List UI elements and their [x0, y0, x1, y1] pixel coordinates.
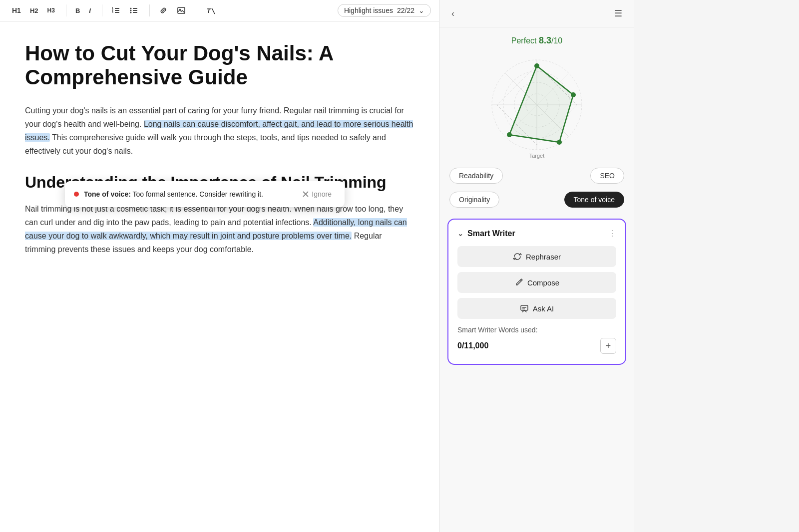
link-icon — [159, 6, 168, 15]
svg-text:T: T — [207, 7, 211, 14]
bold-button[interactable]: B — [71, 5, 84, 16]
ask-ai-label: Ask AI — [533, 304, 554, 313]
rephraser-label: Rephraser — [526, 253, 561, 261]
h1-button[interactable]: H1 — [8, 4, 25, 16]
tone-of-voice-pill[interactable]: Tone of voice — [564, 192, 625, 208]
smart-writer-label: Smart Writer — [467, 229, 515, 238]
svg-line-33 — [520, 280, 521, 281]
list-group: 1 2 3 — [107, 4, 142, 17]
svg-rect-34 — [521, 305, 528, 310]
words-count-row: 0/11,000 + — [457, 338, 616, 354]
svg-point-9 — [130, 8, 131, 9]
svg-point-11 — [130, 12, 131, 13]
heading-group: H1 H2 H3 — [8, 4, 59, 16]
rephraser-icon — [513, 252, 522, 261]
pill-row: Readability SEO — [439, 164, 634, 188]
score-section: Perfect 8.3/10 — [439, 27, 634, 50]
words-count: 0/11,000 — [457, 341, 488, 350]
radar-svg — [482, 50, 592, 160]
ask-ai-button[interactable]: Ask AI — [457, 298, 616, 319]
h2-button[interactable]: H2 — [26, 5, 42, 16]
ordered-list-icon: 1 2 3 — [111, 6, 120, 15]
unordered-list-button[interactable] — [125, 4, 142, 17]
article-title: How to Cut Your Dog's Nails: A Comprehen… — [25, 41, 414, 90]
format-group: B I — [71, 5, 95, 16]
tone-tooltip: Tone of voice: Too formal sentence. Cons… — [65, 181, 345, 207]
menu-button[interactable]: ☰ — [612, 6, 624, 21]
editor-content[interactable]: Tone of voice: Too formal sentence. Cons… — [0, 21, 439, 532]
ignore-button[interactable]: Ignore — [298, 188, 336, 200]
editor-panel: H1 H2 H3 B I 1 2 3 — [0, 0, 439, 532]
tone-tooltip-text: Tone of voice: Too formal sentence. Cons… — [84, 190, 293, 198]
highlight-label: Highlight issues — [344, 6, 393, 14]
back-button[interactable]: ‹ — [449, 6, 456, 21]
svg-line-15 — [212, 8, 215, 14]
smart-writer-header: ⌄ Smart Writer ⋮ — [457, 229, 616, 238]
smart-writer-box: ⌄ Smart Writer ⋮ Rephraser Compose — [447, 219, 626, 365]
ignore-icon — [302, 191, 309, 198]
originality-pill[interactable]: Originality — [449, 192, 499, 208]
pill-row-2: Originality Tone of voice — [439, 188, 634, 212]
collapse-icon[interactable]: ⌄ — [457, 230, 463, 238]
compose-label: Compose — [527, 278, 559, 287]
radar-target-label: Target — [529, 153, 545, 159]
tone-tooltip-label: Tone of voice: — [84, 190, 131, 198]
divider-1 — [66, 4, 66, 16]
toolbar: H1 H2 H3 B I 1 2 3 — [0, 0, 439, 21]
image-button[interactable] — [173, 4, 190, 17]
insert-group — [155, 4, 190, 17]
ignore-label: Ignore — [312, 190, 332, 198]
ask-ai-icon — [520, 304, 529, 313]
ordered-list-button[interactable]: 1 2 3 — [107, 4, 124, 17]
h3-button[interactable]: H3 — [43, 5, 59, 16]
body-paragraph: Nail trimming is not just a cosmetic tas… — [25, 202, 414, 257]
image-icon — [177, 6, 186, 15]
chevron-down-icon: ⌄ — [418, 6, 424, 14]
divider-3 — [149, 4, 150, 16]
score-label: Perfect 8.3/10 — [449, 35, 624, 46]
score-suffix: /10 — [551, 36, 562, 45]
compose-icon — [514, 278, 523, 287]
smart-writer-title: ⌄ Smart Writer — [457, 229, 515, 238]
link-button[interactable] — [155, 4, 172, 17]
add-words-button[interactable]: + — [600, 338, 616, 354]
svg-text:3: 3 — [112, 10, 113, 13]
right-panel: ‹ ☰ Perfect 8.3/10 — [439, 0, 634, 532]
score-value: 8.3 — [539, 35, 551, 45]
score-prefix: Perfect — [511, 36, 539, 45]
readability-pill[interactable]: Readability — [449, 168, 503, 184]
svg-marker-32 — [509, 66, 573, 142]
radar-chart: Target — [482, 50, 592, 160]
seo-pill[interactable]: SEO — [590, 168, 624, 184]
unordered-list-icon — [129, 6, 138, 15]
compose-button[interactable]: Compose — [457, 272, 616, 293]
divider-2 — [102, 4, 102, 16]
clear-format-icon: T — [206, 6, 215, 15]
info-icon[interactable]: ⋮ — [608, 229, 616, 238]
clear-format-button[interactable]: T — [202, 4, 219, 17]
words-used-label: Smart Writer Words used: — [457, 326, 616, 334]
intro-end: This comprehensive guide will walk you t… — [25, 133, 386, 155]
tone-dot — [74, 192, 79, 197]
highlight-dropdown[interactable]: Highlight issues 22/22 ⌄ — [338, 4, 431, 17]
italic-button[interactable]: I — [85, 5, 95, 16]
rephraser-button[interactable]: Rephraser — [457, 246, 616, 267]
right-header: ‹ ☰ — [439, 0, 634, 27]
intro-paragraph: Cutting your dog's nails is an essential… — [25, 104, 414, 158]
divider-4 — [197, 4, 197, 16]
radar-section: Target — [439, 50, 634, 164]
highlight-count: 22/22 — [397, 6, 414, 14]
svg-point-10 — [130, 10, 131, 11]
tone-tooltip-message: Too formal sentence. Consider rewriting … — [133, 190, 263, 198]
